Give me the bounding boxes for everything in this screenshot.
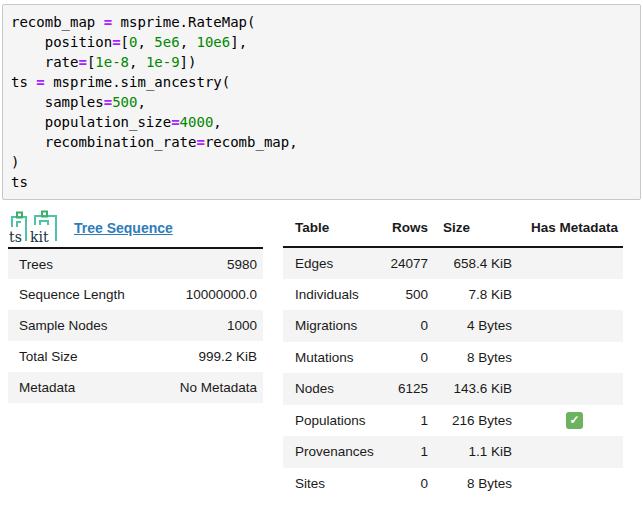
table-has-metadata-cell [526, 342, 623, 374]
code-text: , [137, 94, 145, 110]
code-text: ts [11, 174, 28, 190]
code-text: ]) [180, 54, 197, 70]
table-size-cell: 143.6 KiB [438, 373, 526, 405]
code-line: recomb_map = msprime.RateMap( [11, 12, 632, 32]
table-name-cell: Provenances [283, 436, 388, 468]
code-line: ts [11, 172, 632, 192]
code-text: ts [11, 74, 36, 90]
tree-sequence-header: ts kit Tree Sequence [8, 209, 263, 247]
summary-label: Total Size [8, 341, 157, 372]
table-size-cell: 4 Bytes [438, 310, 526, 342]
col-header-table: Table [283, 209, 388, 247]
code-text: msprime.RateMap( [112, 14, 255, 30]
table-name-cell: Nodes [283, 373, 388, 405]
code-text: population_size [11, 114, 171, 130]
table-rows-cell: 1 [388, 405, 438, 437]
summary-row: Sample Nodes1000 [8, 310, 263, 341]
table-rows-cell: 0 [388, 342, 438, 374]
tree-sequence-link[interactable]: Tree Sequence [74, 220, 173, 236]
has-metadata-check-icon: ✓ [566, 412, 583, 429]
summary-value: 5980 [157, 248, 263, 279]
code-operator: = [78, 54, 86, 70]
table-rows-cell: 24077 [388, 247, 438, 279]
code-line: recombination_rate=recomb_map, [11, 132, 632, 152]
code-text: , [137, 34, 154, 50]
table-rows-cell: 6125 [388, 373, 438, 405]
code-number: 5e6 [154, 34, 179, 50]
table-rows-cell: 500 [388, 279, 438, 311]
code-number: 500 [112, 94, 137, 110]
table-name-cell: Individuals [283, 279, 388, 311]
table-row: Sites08 Bytes [283, 468, 623, 500]
code-number: 1e-9 [146, 54, 180, 70]
table-row: Populations1216 Bytes✓ [283, 405, 623, 437]
code-operator: = [104, 94, 112, 110]
table-name-cell: Edges [283, 247, 388, 279]
summary-label: Sample Nodes [8, 310, 157, 341]
table-has-metadata-cell [526, 373, 623, 405]
summary-row: Total Size999.2 KiB [8, 341, 263, 372]
tables-table-body: Edges24077658.4 KiBIndividuals5007.8 KiB… [283, 247, 623, 499]
table-has-metadata-cell [526, 247, 623, 279]
table-size-cell: 658.4 KiB [438, 247, 526, 279]
tree-sequence-summary-table: Trees5980Sequence Length10000000.0Sample… [8, 247, 263, 403]
table-has-metadata-cell [526, 310, 623, 342]
summary-table-body: Trees5980Sequence Length10000000.0Sample… [8, 248, 263, 403]
code-line: population_size=4000, [11, 112, 632, 132]
col-header-rows: Rows [388, 209, 438, 247]
table-has-metadata-cell [526, 436, 623, 468]
tables-overview-table: Table Rows Size Has Metadata Edges240776… [283, 209, 623, 499]
table-row: Individuals5007.8 KiB [283, 279, 623, 311]
summary-row: Sequence Length10000000.0 [8, 279, 263, 310]
table-name-cell: Mutations [283, 342, 388, 374]
table-row: Provenances11.1 KiB [283, 436, 623, 468]
table-name-cell: Sites [283, 468, 388, 500]
code-text: recomb_map, [205, 134, 298, 150]
table-size-cell: 1.1 KiB [438, 436, 526, 468]
code-text: ], [230, 34, 247, 50]
table-row: Mutations08 Bytes [283, 342, 623, 374]
code-cell[interactable]: recomb_map = msprime.RateMap( position=[… [2, 4, 641, 200]
table-size-cell: 216 Bytes [438, 405, 526, 437]
tables-table-head: Table Rows Size Has Metadata [283, 209, 623, 247]
code-text: , [129, 54, 146, 70]
table-has-metadata-cell [526, 279, 623, 311]
tables-header-row: Table Rows Size Has Metadata [283, 209, 623, 247]
code-text: msprime.sim_ancestry( [45, 74, 230, 90]
code-text: ) [11, 154, 19, 170]
tables-panel: Table Rows Size Has Metadata Edges240776… [283, 209, 623, 499]
summary-value: 10000000.0 [157, 279, 263, 310]
table-rows-cell: 0 [388, 468, 438, 500]
summary-label: Sequence Length [8, 279, 157, 310]
code-text: samples [11, 94, 104, 110]
code-text: position [11, 34, 112, 50]
tree-sequence-repr: ts kit Tree Sequence Trees5980Sequence L… [0, 209, 643, 499]
code-operator: = [104, 14, 112, 30]
code-operator: = [36, 74, 44, 90]
col-header-has-metadata: Has Metadata [526, 209, 623, 247]
code-line: rate=[1e-8, 1e-9]) [11, 52, 632, 72]
summary-value: No Metadata [157, 372, 263, 403]
code-text: rate [11, 54, 78, 70]
code-operator: = [112, 34, 120, 50]
table-rows-cell: 1 [388, 436, 438, 468]
summary-row: MetadataNo Metadata [8, 372, 263, 403]
table-size-cell: 8 Bytes [438, 342, 526, 374]
summary-row: Trees5980 [8, 248, 263, 279]
code-operator: = [196, 134, 204, 150]
code-operator: = [171, 114, 179, 130]
table-rows-cell: 0 [388, 310, 438, 342]
logo-text-ts: ts [9, 229, 22, 245]
code-line: ) [11, 152, 632, 172]
table-row: Edges24077658.4 KiB [283, 247, 623, 279]
code-text: , [180, 34, 197, 50]
code-text: , [213, 114, 221, 130]
table-name-cell: Migrations [283, 310, 388, 342]
table-size-cell: 8 Bytes [438, 468, 526, 500]
code-line: ts = msprime.sim_ancestry( [11, 72, 632, 92]
code-number: 10e6 [196, 34, 230, 50]
code-text: recombination_rate [11, 134, 196, 150]
table-has-metadata-cell [526, 468, 623, 500]
table-row: Nodes6125143.6 KiB [283, 373, 623, 405]
table-has-metadata-cell: ✓ [526, 405, 623, 437]
